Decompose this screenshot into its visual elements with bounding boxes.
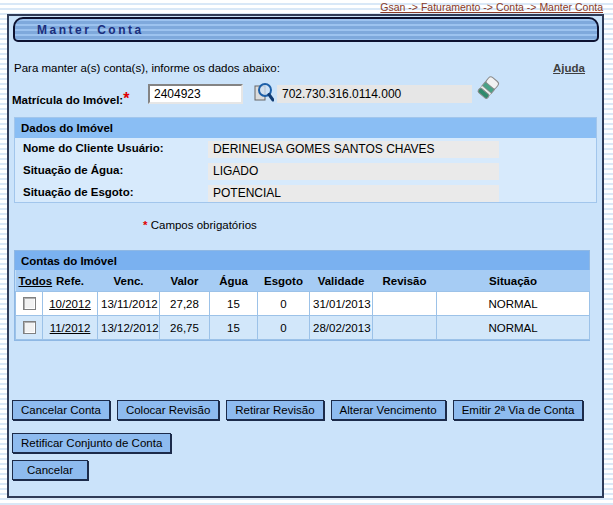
cancelar-button[interactable]: Cancelar	[12, 460, 88, 480]
required-fields-note: * Campos obrigatórios	[143, 219, 257, 231]
col-revisao: Revisão	[373, 270, 437, 292]
matricula-input[interactable]	[148, 84, 243, 104]
select-all-link[interactable]: Todos	[19, 275, 53, 287]
conta-refe-link[interactable]: 11/2012	[50, 322, 91, 334]
nome-cliente-value: DERINEUSA GOMES SANTOS CHAVES	[208, 141, 499, 158]
col-esgoto: Esgoto	[258, 270, 310, 292]
retirar-revisao-button[interactable]: Retirar Revisão	[226, 400, 323, 420]
dados-row-esgoto: Situação de Esgoto: POTENCIAL	[15, 185, 596, 202]
cancelar-conta-button[interactable]: Cancelar Conta	[12, 400, 110, 420]
action-buttons-row: Cancelar Conta Colocar Revisão Retirar R…	[12, 400, 583, 420]
cancelar-row: Cancelar	[12, 460, 88, 480]
dados-imovel-section: Dados do Imóvel Nome do Cliente Usuário:…	[14, 117, 597, 203]
row-checkbox[interactable]	[23, 297, 36, 310]
alterar-vencimento-button[interactable]: Alterar Vencimento	[331, 400, 446, 420]
situacao-agua-label: Situação de Água:	[23, 164, 123, 176]
main-panel: Manter Conta Para manter a(s) conta(s), …	[7, 14, 604, 498]
contas-table: Todos Refe. Venc. Valor Água Esgoto Vali…	[15, 270, 590, 340]
breadcrumb[interactable]: Gsan -> Faturamento -> Conta -> Manter C…	[380, 1, 603, 13]
eraser-icon[interactable]	[475, 74, 501, 102]
col-venc: Venc.	[98, 270, 160, 292]
required-asterisk: *	[123, 90, 129, 107]
dados-row-nome: Nome do Cliente Usuário: DERINEUSA GOMES…	[15, 141, 596, 158]
contas-header-row: Todos Refe. Venc. Valor Água Esgoto Vali…	[16, 270, 590, 292]
retificar-conjunto-button[interactable]: Retificar Conjunto de Conta	[12, 433, 171, 453]
matricula-label: Matrícula do Imóvel:*	[12, 90, 129, 108]
dados-imovel-header: Dados do Imóvel	[15, 118, 596, 138]
contas-imovel-header: Contas do Imóvel	[15, 251, 589, 270]
intro-row: Para manter a(s) conta(s), informe os da…	[12, 62, 600, 74]
retificar-row: Retificar Conjunto de Conta	[12, 433, 171, 453]
row-checkbox[interactable]	[23, 321, 36, 334]
col-situacao: Situação	[437, 270, 590, 292]
inscricao-imovel-field: 702.730.316.0114.000	[277, 85, 472, 103]
colocar-revisao-button[interactable]: Colocar Revisão	[117, 400, 219, 420]
situacao-esgoto-label: Situação de Esgoto:	[23, 186, 134, 198]
col-valor: Valor	[160, 270, 210, 292]
situacao-esgoto-value: POTENCIAL	[208, 185, 499, 202]
search-icon[interactable]	[254, 82, 274, 103]
page-title-text: Manter Conta	[37, 23, 144, 37]
page-title: Manter Conta	[13, 17, 599, 42]
situacao-agua-value: LIGADO	[208, 163, 499, 180]
table-row: 11/2012 13/12/2012 26,75 15 0 28/02/2013…	[16, 316, 590, 340]
help-link[interactable]: Ajuda	[553, 62, 585, 74]
col-agua: Água	[210, 270, 258, 292]
contas-imovel-section: Contas do Imóvel Todos Refe. Venc. Valor…	[14, 250, 590, 341]
nome-cliente-label: Nome do Cliente Usuário:	[23, 142, 164, 154]
intro-text: Para manter a(s) conta(s), informe os da…	[12, 62, 280, 74]
conta-refe-link[interactable]: 10/2012	[49, 298, 91, 310]
emitir-2via-button[interactable]: Emitir 2ª Via de Conta	[453, 400, 584, 420]
dados-row-agua: Situação de Água: LIGADO	[15, 163, 596, 180]
col-validade: Validade	[310, 270, 373, 292]
table-row: 10/2012 13/11/2012 27,28 15 0 31/01/2013…	[16, 292, 590, 316]
